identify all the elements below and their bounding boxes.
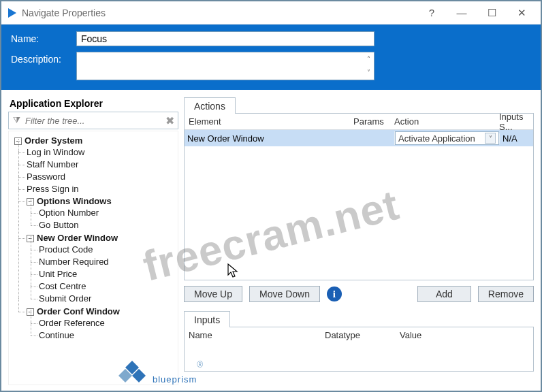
right-pane: Actions Element Params Action Inputs S..…	[184, 94, 534, 385]
col-element[interactable]: Element	[185, 116, 353, 127]
tree-item[interactable]: Order Conf Window	[37, 306, 120, 316]
description-label: Description:	[11, 52, 76, 65]
application-tree[interactable]: −Order System Log in Window Staff Number…	[8, 131, 178, 385]
close-button[interactable]: ✕	[507, 3, 537, 23]
tree-item[interactable]: Password	[27, 170, 178, 182]
tree-item[interactable]: Press Sign in	[27, 182, 178, 195]
actions-grid: Element Params Action Inputs S... New Or…	[184, 113, 534, 280]
tree-item[interactable]: Order Reference	[39, 316, 178, 329]
move-down-button[interactable]: Move Down	[249, 286, 320, 302]
help-button[interactable]: ?	[417, 3, 447, 23]
action-dropdown[interactable]: Activate Application ˅	[395, 131, 499, 145]
add-button[interactable]: Add	[417, 286, 471, 302]
tree-item[interactable]: Continue	[39, 329, 178, 341]
col-params[interactable]: Params	[353, 116, 394, 127]
tree-item[interactable]: Number Required	[39, 255, 178, 267]
tree-item[interactable]: Options Windows	[37, 196, 112, 206]
col-inputs[interactable]: Inputs S...	[499, 112, 533, 132]
tab-inputs[interactable]: Inputs	[184, 311, 230, 327]
titlebar: Navigate Properties ? — ☐ ✕	[1, 1, 541, 24]
move-up-button[interactable]: Move Up	[184, 286, 242, 302]
name-label: Name:	[11, 31, 76, 44]
tree-root[interactable]: Order System	[25, 135, 82, 146]
window-frame: Navigate Properties ? — ☐ ✕ Name: Descri…	[0, 0, 542, 392]
window-title: Navigate Properties	[22, 7, 417, 18]
filter-icon: ⧩	[9, 115, 24, 126]
tree-item[interactable]: Unit Price	[39, 267, 178, 280]
inputs-grid: Name Datatype Value	[184, 327, 534, 372]
col-action[interactable]: Action	[394, 116, 499, 127]
tree-item[interactable]: Submit Order	[39, 292, 178, 304]
info-icon[interactable]: i	[327, 287, 342, 301]
minimize-button[interactable]: —	[447, 3, 477, 23]
app-triangle-icon	[8, 8, 16, 18]
tree-item[interactable]: Log in Window	[27, 146, 178, 158]
application-explorer-panel: Application Explorer ⧩ ✖ −Order System L…	[8, 94, 178, 385]
remove-button[interactable]: Remove	[478, 286, 534, 302]
col-value[interactable]: Value	[400, 330, 529, 340]
spin-up-icon[interactable]: ˄	[363, 52, 374, 65]
tree-item[interactable]: Product Code	[39, 243, 178, 255]
maximize-button[interactable]: ☐	[477, 3, 507, 23]
cell-element[interactable]: New Order Window	[185, 133, 353, 144]
action-row[interactable]: New Order Window Activate Application ˅ …	[185, 130, 533, 146]
name-input[interactable]	[76, 31, 374, 46]
tab-actions[interactable]: Actions	[184, 97, 236, 114]
cell-inputs: N/A	[499, 133, 533, 144]
header-band: Name: Description: ˄ ˅	[1, 24, 541, 90]
clear-filter-icon[interactable]: ✖	[161, 114, 178, 127]
tree-item[interactable]: New Order Window	[37, 233, 118, 243]
chevron-down-icon[interactable]: ˅	[485, 133, 496, 144]
col-datatype[interactable]: Datatype	[325, 330, 400, 340]
col-name[interactable]: Name	[189, 330, 325, 340]
tree-item[interactable]: Option Number	[39, 206, 178, 218]
tree-item[interactable]: Staff Number	[27, 158, 178, 170]
filter-input[interactable]	[24, 113, 161, 128]
application-explorer-title: Application Explorer	[10, 98, 178, 109]
description-input[interactable]	[76, 52, 374, 80]
tree-item[interactable]: Cost Centre	[39, 280, 178, 292]
spin-down-icon[interactable]: ˅	[363, 65, 374, 79]
tree-item[interactable]: Go Button	[39, 218, 178, 231]
